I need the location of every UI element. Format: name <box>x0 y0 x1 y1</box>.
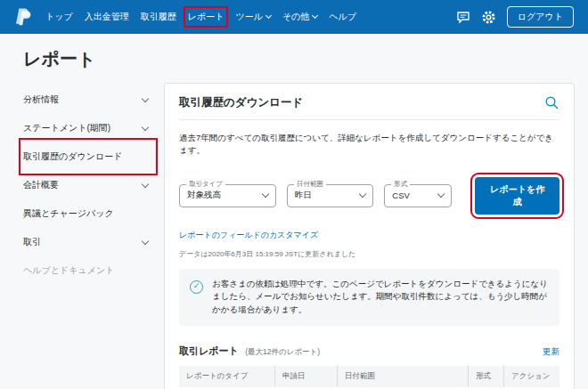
logout-button[interactable]: ログアウト <box>507 6 574 28</box>
nav-item-help[interactable]: ヘルプ <box>329 11 356 23</box>
check-circle-icon: ✓ <box>190 280 203 294</box>
format-select[interactable]: 形式 CSV <box>384 184 452 207</box>
chevron-down-icon <box>262 190 269 198</box>
sidebar-item-help-docs[interactable]: ヘルプとドキュメント <box>23 256 153 285</box>
nav-item-more-label: その他 <box>282 11 309 23</box>
reports-table: レポートのタイプ 申請日 日付範囲 形式 アクション 対象残高 2020/06/… <box>179 366 559 389</box>
sidebar-item-statements[interactable]: ステートメント(期間) <box>23 114 153 142</box>
download-report-card: 取引履歴のダウンロード 過去7年間のすべての取引履歴について、詳細なレポートを作… <box>164 83 575 389</box>
processing-notice-text: お客さまの依頼は処理中です。このページでレポートをダウンロードできるようになりま… <box>212 278 549 317</box>
chevron-down-icon <box>437 190 445 198</box>
nav-item-top[interactable]: トップ <box>45 11 73 23</box>
select-label: 形式 <box>391 180 410 189</box>
chevron-down-icon <box>142 123 149 130</box>
select-label: 取引タイプ <box>186 180 225 189</box>
card-description: 過去7年間のすべての取引履歴について、詳細なレポートを作成してダウンロードするこ… <box>179 132 559 158</box>
sidebar-item-transactions[interactable]: 取引 <box>23 228 153 256</box>
sidebar-item-label: 会計概要 <box>23 179 59 191</box>
create-report-button[interactable]: レポートを作成 <box>475 177 559 215</box>
nav-item-tools-label: ツール <box>235 11 262 23</box>
reports-section-header: 取引レポート (最大12件のレポート) 更新 <box>179 342 559 358</box>
sidebar-item-label: ステートメント(期間) <box>23 122 110 134</box>
reports-sidebar: 分析情報 ステートメント(期間) 取引履歴のダウンロード 会計概要 異議とチャー… <box>23 83 153 285</box>
reports-section-subtitle: (最大12件のレポート) <box>245 347 320 356</box>
table-header-row: レポートのタイプ 申請日 日付範囲 形式 アクション <box>179 366 559 387</box>
select-value: CSV <box>392 190 410 200</box>
messages-icon[interactable] <box>456 10 470 24</box>
processing-notice: ✓ お客さまの依頼は処理中です。このページでレポートをダウンロードできるようにな… <box>179 269 559 326</box>
card-header: 取引履歴のダウンロード <box>179 95 559 120</box>
select-value: 対象残高 <box>187 190 221 201</box>
select-value: 昨日 <box>295 190 312 201</box>
sidebar-item-label: 取引 <box>23 236 41 248</box>
chevron-down-icon <box>359 190 366 198</box>
sidebar-item-accounting[interactable]: 会計概要 <box>23 171 153 199</box>
select-label: 日付範囲 <box>294 180 326 189</box>
data-updated-text: データは2020年6月3日 15:19:59 JSTに更新されました <box>179 249 559 259</box>
column-header-action: アクション <box>503 366 559 387</box>
chevron-down-icon <box>312 12 318 19</box>
sidebar-item-analytics[interactable]: 分析情報 <box>23 85 153 114</box>
nav-item-activity[interactable]: 取引履歴 <box>141 11 176 23</box>
nav-right-group: ログアウト <box>456 6 574 28</box>
column-header-format: 形式 <box>468 366 503 387</box>
column-header-request-date: 申請日 <box>274 366 337 387</box>
search-icon[interactable] <box>544 95 559 110</box>
page-title: レポート <box>0 34 588 71</box>
nav-item-reports[interactable]: レポート <box>188 11 225 23</box>
chevron-down-icon <box>142 180 149 187</box>
customize-fields-link[interactable]: レポートのフィールドのカスタマイズ <box>179 230 318 241</box>
chevron-down-icon <box>142 237 149 244</box>
sidebar-item-label: 分析情報 <box>23 93 59 106</box>
reports-section-title: 取引レポート <box>179 345 239 356</box>
column-header-date-range: 日付範囲 <box>337 366 468 387</box>
nav-item-more[interactable]: その他 <box>282 11 317 23</box>
filter-row: 取引タイプ 対象残高 日付範囲 昨日 形式 CSV レポートを作成 <box>179 177 559 215</box>
top-nav: トップ 入出金管理 取引履歴 レポート ツール その他 ヘルプ ログアウト <box>0 0 588 34</box>
sidebar-item-label: 異議とチャージバック <box>23 207 114 220</box>
paypal-logo-icon[interactable] <box>14 7 31 27</box>
chevron-down-icon <box>142 94 149 101</box>
card-title: 取引履歴のダウンロード <box>179 95 303 110</box>
settings-gear-icon[interactable] <box>481 10 496 25</box>
nav-item-tools[interactable]: ツール <box>235 11 270 23</box>
sidebar-item-label: 取引履歴のダウンロード <box>23 150 122 163</box>
page-layout: 分析情報 ステートメント(期間) 取引履歴のダウンロード 会計概要 異議とチャー… <box>0 71 588 389</box>
transaction-type-select[interactable]: 取引タイプ 対象残高 <box>179 184 276 207</box>
sidebar-item-transaction-download[interactable]: 取引履歴のダウンロード <box>23 142 153 171</box>
sidebar-item-label: ヘルプとドキュメント <box>23 264 114 277</box>
sidebar-item-disputes[interactable]: 異議とチャージバック <box>23 199 153 228</box>
refresh-link[interactable]: 更新 <box>543 346 559 358</box>
column-header-report-type: レポートのタイプ <box>179 366 274 387</box>
chevron-down-icon <box>265 12 272 19</box>
nav-item-money[interactable]: 入出金管理 <box>85 11 129 23</box>
date-range-select[interactable]: 日付範囲 昨日 <box>287 184 373 207</box>
